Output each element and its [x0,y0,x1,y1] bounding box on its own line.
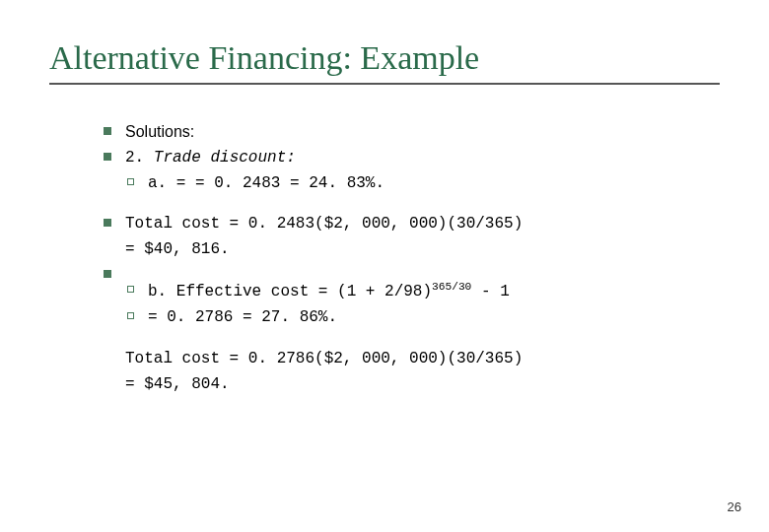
list-item: Total cost = 0. 2483($2, 000, 000)(30/36… [104,212,720,236]
slide-title: Alternative Financing: Example [49,39,720,77]
square-bullet-icon [104,219,111,227]
body-text: = 0. 2786 = 27. 86%. [148,305,337,330]
list-item: a. = = 0. 2483 = 24. 83%. [127,171,720,196]
square-bullet-icon [104,153,111,161]
open-square-bullet-icon [127,178,134,185]
text-segment: - 1 [471,283,509,300]
slide-body: Solutions: 2. Trade discount: a. = = 0. … [49,120,720,397]
title-divider [49,83,720,85]
body-text: Total cost = 0. 2483($2, 000, 000)(30/36… [125,212,523,236]
square-bullet-icon [104,270,111,278]
text-segment: 2. [125,149,154,166]
body-text: a. = = 0. 2483 = 24. 83%. [148,171,384,196]
list-item: 2. Trade discount: [104,146,720,170]
open-square-bullet-icon [127,312,134,319]
list-item [104,263,720,278]
list-item: Solutions: [104,120,720,145]
superscript: 365/30 [432,281,471,293]
square-bullet-icon [104,127,111,135]
page-number: 26 [728,499,741,514]
body-text: b. Effective cost = (1 + 2/98)365/30 - 1 [148,279,510,304]
body-text: 2. Trade discount: [125,146,296,170]
list-item: Total cost = 0. 2786($2, 000, 000)(30/36… [104,347,720,371]
list-item: = 0. 2786 = 27. 86%. [127,305,720,330]
body-text: Total cost = 0. 2786($2, 000, 000)(30/36… [125,347,523,371]
text-segment: b. Effective cost = (1 + 2/98) [148,283,432,300]
body-text: Solutions: [125,120,194,145]
list-item: = $40, 816. [104,237,720,262]
list-item: b. Effective cost = (1 + 2/98)365/30 - 1 [127,279,720,304]
text-segment-italic: Trade discount: [154,149,296,166]
body-text: = $40, 816. [125,237,230,262]
list-item: = $45, 804. [104,372,720,397]
body-text: = $45, 804. [125,372,230,397]
open-square-bullet-icon [127,286,134,293]
